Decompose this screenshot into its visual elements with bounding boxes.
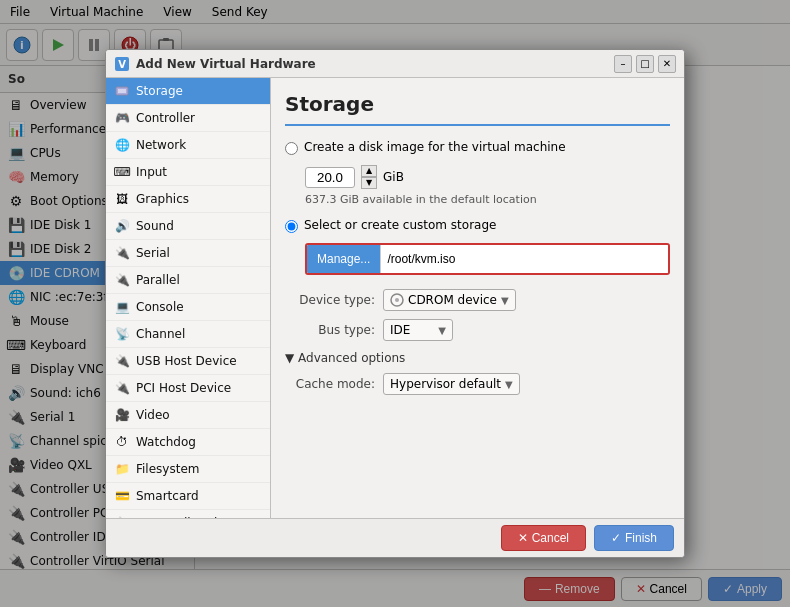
menu-label-controller: Controller <box>136 111 195 125</box>
dialog-titlebar: V Add New Virtual Hardware – □ ✕ <box>106 50 684 78</box>
bus-type-label: Bus type: <box>285 323 375 337</box>
dialog-maximize-button[interactable]: □ <box>636 55 654 73</box>
cache-mode-label: Cache mode: <box>285 377 375 391</box>
custom-storage-option: Select or create custom storage <box>285 218 670 233</box>
dialog-app-icon: V <box>114 56 130 72</box>
menu-label-smartcard: Smartcard <box>136 489 199 503</box>
menu-label-filesystem: Filesystem <box>136 462 199 476</box>
disk-size-down-button[interactable]: ▼ <box>361 177 377 189</box>
bus-type-value: IDE <box>390 323 410 337</box>
menu-label-network: Network <box>136 138 186 152</box>
menu-label-console: Console <box>136 300 184 314</box>
menu-item-parallel[interactable]: 🔌 Parallel <box>106 267 270 294</box>
dialog-content: Storage 🎮 Controller 🌐 Network ⌨ Input <box>106 78 684 518</box>
menu-item-controller[interactable]: 🎮 Controller <box>106 105 270 132</box>
video-menu-icon: 🎥 <box>114 407 130 423</box>
menu-label-channel: Channel <box>136 327 185 341</box>
parallel-menu-icon: 🔌 <box>114 272 130 288</box>
menu-item-graphics[interactable]: 🖼 Graphics <box>106 186 270 213</box>
svg-point-15 <box>395 298 399 302</box>
dialog-close-button[interactable]: ✕ <box>658 55 676 73</box>
graphics-menu-icon: 🖼 <box>114 191 130 207</box>
bus-type-row: Bus type: IDE ▼ <box>285 319 670 341</box>
menu-item-pci-host-device[interactable]: 🔌 PCI Host Device <box>106 375 270 402</box>
menu-label-parallel: Parallel <box>136 273 180 287</box>
storage-menu-icon <box>114 83 130 99</box>
menu-label-serial: Serial <box>136 246 170 260</box>
device-type-row: Device type: CDROM device ▼ <box>285 289 670 311</box>
cache-mode-dropdown[interactable]: Hypervisor default ▼ <box>383 373 520 395</box>
dialog-cancel-icon: ✕ <box>518 531 528 545</box>
menu-label-storage: Storage <box>136 84 183 98</box>
svg-text:V: V <box>118 59 126 70</box>
pci-host-device-menu-icon: 🔌 <box>114 380 130 396</box>
menu-item-usb-host-device[interactable]: 🔌 USB Host Device <box>106 348 270 375</box>
menu-item-console[interactable]: 💻 Console <box>106 294 270 321</box>
console-menu-icon: 💻 <box>114 299 130 315</box>
menu-item-serial[interactable]: 🔌 Serial <box>106 240 270 267</box>
storage-panel-title: Storage <box>285 92 670 126</box>
menu-item-network[interactable]: 🌐 Network <box>106 132 270 159</box>
hardware-menu-list: Storage 🎮 Controller 🌐 Network ⌨ Input <box>106 78 271 518</box>
menu-label-usb-host-device: USB Host Device <box>136 354 237 368</box>
add-hardware-dialog: V Add New Virtual Hardware – □ ✕ <box>105 49 685 558</box>
cdrom-icon <box>390 293 404 307</box>
main-window: File Virtual Machine View Send Key i ⏻ S… <box>0 0 790 607</box>
menu-item-sound[interactable]: 🔊 Sound <box>106 213 270 240</box>
watchdog-menu-icon: ⏱ <box>114 434 130 450</box>
device-type-value: CDROM device <box>408 293 497 307</box>
smartcard-menu-icon: 💳 <box>114 488 130 504</box>
disk-size-up-button[interactable]: ▲ <box>361 165 377 177</box>
cache-mode-row: Cache mode: Hypervisor default ▼ <box>285 373 670 395</box>
menu-item-input[interactable]: ⌨ Input <box>106 159 270 186</box>
custom-storage-radio[interactable] <box>285 220 298 233</box>
dialog-title-text: Add New Virtual Hardware <box>136 57 316 71</box>
dialog-cancel-label: Cancel <box>532 531 569 545</box>
dialog-cancel-button[interactable]: ✕ Cancel <box>501 525 586 551</box>
menu-item-watchdog[interactable]: ⏱ Watchdog <box>106 429 270 456</box>
menu-label-sound: Sound <box>136 219 174 233</box>
custom-storage-label: Select or create custom storage <box>304 218 496 232</box>
advanced-toggle[interactable]: ▼ Advanced options <box>285 351 670 365</box>
menu-item-usb-redirection[interactable]: 🔌 USB Redirection <box>106 510 270 518</box>
menu-item-channel[interactable]: 📡 Channel <box>106 321 270 348</box>
menu-item-storage[interactable]: Storage <box>106 78 270 105</box>
dialog-minimize-button[interactable]: – <box>614 55 632 73</box>
create-disk-radio[interactable] <box>285 142 298 155</box>
cache-mode-arrow-icon: ▼ <box>505 379 513 390</box>
usb-host-device-menu-icon: 🔌 <box>114 353 130 369</box>
advanced-toggle-label: ▼ Advanced options <box>285 351 405 365</box>
device-type-dropdown[interactable]: CDROM device ▼ <box>383 289 516 311</box>
controller-menu-icon: 🎮 <box>114 110 130 126</box>
dialog-finish-icon: ✓ <box>611 531 621 545</box>
dialog-finish-button[interactable]: ✓ Finish <box>594 525 674 551</box>
menu-label-pci-host-device: PCI Host Device <box>136 381 231 395</box>
modal-overlay: V Add New Virtual Hardware – □ ✕ <box>0 0 790 607</box>
menu-item-smartcard[interactable]: 💳 Smartcard <box>106 483 270 510</box>
menu-label-watchdog: Watchdog <box>136 435 196 449</box>
advanced-section: ▼ Advanced options Cache mode: Hyperviso… <box>285 351 670 395</box>
dialog-footer: ✕ Cancel ✓ Finish <box>106 518 684 557</box>
dialog-controls: – □ ✕ <box>614 55 676 73</box>
cache-mode-value: Hypervisor default <box>390 377 501 391</box>
disk-size-controls: ▲ ▼ <box>361 165 377 189</box>
manage-button[interactable]: Manage... <box>307 245 380 273</box>
menu-label-input: Input <box>136 165 167 179</box>
create-disk-option: Create a disk image for the virtual mach… <box>285 140 670 155</box>
dialog-finish-label: Finish <box>625 531 657 545</box>
menu-item-video[interactable]: 🎥 Video <box>106 402 270 429</box>
channel-menu-icon: 📡 <box>114 326 130 342</box>
device-type-label: Device type: <box>285 293 375 307</box>
svg-rect-13 <box>118 89 126 93</box>
menu-item-filesystem[interactable]: 📁 Filesystem <box>106 456 270 483</box>
storage-path-input[interactable] <box>380 245 668 273</box>
bus-type-arrow-icon: ▼ <box>438 325 446 336</box>
disk-size-input[interactable] <box>305 167 355 188</box>
bus-type-dropdown[interactable]: IDE ▼ <box>383 319 453 341</box>
storage-panel: Storage Create a disk image for the virt… <box>271 78 684 518</box>
dialog-title-area: V Add New Virtual Hardware <box>114 56 316 72</box>
create-disk-label: Create a disk image for the virtual mach… <box>304 140 566 154</box>
device-type-arrow-icon: ▼ <box>501 295 509 306</box>
disk-size-unit: GiB <box>383 170 404 184</box>
custom-storage-box: Manage... <box>305 243 670 275</box>
